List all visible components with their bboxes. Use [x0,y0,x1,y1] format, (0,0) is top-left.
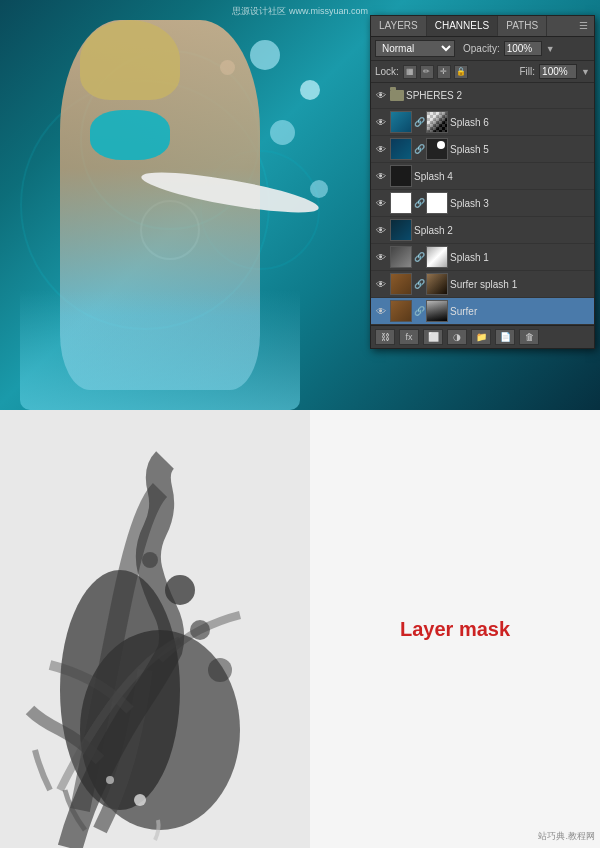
thumb-surfer [390,300,412,322]
eye-surfer-splash1[interactable]: 👁 [374,277,388,291]
svg-point-7 [134,794,146,806]
layer-name-surfer-splash1: Surfer splash 1 [450,279,591,290]
layer-row-splash5[interactable]: 👁 🔗 Splash 5 [371,136,594,163]
thumb-surfer-splash1 [390,273,412,295]
thumb-splash4 [390,165,412,187]
layer-name-splash3: Splash 3 [450,198,591,209]
eye-splash6[interactable]: 👁 [374,115,388,129]
layer-row-splash2[interactable]: 👁 Splash 2 [371,217,594,244]
layer-row-surfer[interactable]: 👁 🔗 Surfer [371,298,594,325]
svg-point-5 [208,658,232,682]
ps-layers-panel: LAYERS CHANNELS PATHS ☰ Normal Opacity: … [370,15,595,349]
opacity-dropdown-arrow: ▼ [546,44,555,54]
fill-dropdown-arrow: ▼ [581,67,590,77]
thumb-splash6 [390,111,412,133]
eye-splash4[interactable]: 👁 [374,169,388,183]
eye-splash3[interactable]: 👁 [374,196,388,210]
thumb-splash2 [390,219,412,241]
svg-point-8 [106,776,114,784]
thumb-splash5 [390,138,412,160]
layer-row-splash4[interactable]: 👁 Splash 4 [371,163,594,190]
link-layers-btn[interactable]: ⛓ [375,329,395,345]
watermark-bottom: 站巧典.教程网 [538,830,595,843]
delete-layer-btn[interactable]: 🗑 [519,329,539,345]
tab-paths[interactable]: PATHS [498,16,547,36]
lock-label: Lock: [375,66,399,77]
panel-tabs: LAYERS CHANNELS PATHS ☰ [371,16,594,37]
layer-name-splash2: Splash 2 [414,225,591,236]
opacity-input[interactable] [504,41,542,56]
eye-splash1[interactable]: 👁 [374,250,388,264]
layer-name-splash4: Splash 4 [414,171,591,182]
layer-row-splash1[interactable]: 👁 🔗 Splash 1 [371,244,594,271]
lock-transparency-btn[interactable]: ▦ [403,65,417,79]
link-splash5: 🔗 [414,142,424,156]
opacity-label: Opacity: [463,43,500,54]
link-splash1: 🔗 [414,250,424,264]
blend-mode-row: Normal Opacity: ▼ [371,37,594,61]
thumb-splash3 [390,192,412,214]
fx-btn[interactable]: fx [399,329,419,345]
mask-thumb-splash5 [426,138,448,160]
new-layer-btn[interactable]: 📄 [495,329,515,345]
mask-thumb-surfer [426,300,448,322]
mask-thumb-splash1 [426,246,448,268]
link-splash3: 🔗 [414,196,424,210]
layer-row-splash6[interactable]: 👁 🔗 Splash 6 [371,109,594,136]
adjustment-btn[interactable]: ◑ [447,329,467,345]
thumb-splash1 [390,246,412,268]
layer-name-surfer: Surfer [450,306,591,317]
layer-row-surfer-splash1[interactable]: 👁 🔗 Surfer splash 1 [371,271,594,298]
lock-icons-group: ▦ ✏ ✛ 🔒 [403,65,468,79]
blend-mode-select[interactable]: Normal [375,40,455,57]
group-btn[interactable]: 📁 [471,329,491,345]
layer-name-spheres2: SPHERES 2 [406,90,591,101]
layer-name-splash1: Splash 1 [450,252,591,263]
mask-thumb-splash6 [426,111,448,133]
layer-mask-preview [0,410,310,848]
tab-layers[interactable]: LAYERS [371,16,427,36]
layer-row-splash3[interactable]: 👁 🔗 Splash 3 [371,190,594,217]
fill-label: Fill: [520,66,536,77]
eye-splash2[interactable]: 👁 [374,223,388,237]
watermark-top: 思源设计社区 www.missyuan.com [232,5,368,18]
layer-name-splash6: Splash 6 [450,117,591,128]
fill-input[interactable] [539,64,577,79]
eye-spheres2[interactable]: 👁 [374,89,388,103]
bottom-label-area: Layer mask [310,410,600,848]
add-mask-btn[interactable]: ⬜ [423,329,443,345]
panel-menu-icon[interactable]: ☰ [573,16,594,36]
mask-thumb-splash3 [426,192,448,214]
link-splash6: 🔗 [414,115,424,129]
link-surfer: 🔗 [414,304,424,318]
lock-move-btn[interactable]: ✛ [437,65,451,79]
layer-mask-label: Layer mask [400,618,510,641]
layer-row-spheres2[interactable]: 👁 SPHERES 2 [371,83,594,109]
surfer-image [0,0,355,410]
lock-all-btn[interactable]: 🔒 [454,65,468,79]
top-image-area: 思源设计社区 www.missyuan.com LAYERS CHANNELS … [0,0,600,410]
eye-splash5[interactable]: 👁 [374,142,388,156]
tab-channels[interactable]: CHANNELS [427,16,498,36]
lock-row: Lock: ▦ ✏ ✛ 🔒 Fill: ▼ [371,61,594,83]
link-surfer-splash1: 🔗 [414,277,424,291]
layer-name-splash5: Splash 5 [450,144,591,155]
mask-thumb-surfer-splash1 [426,273,448,295]
lock-paint-btn[interactable]: ✏ [420,65,434,79]
bottom-section: Layer mask 站巧典.教程网 [0,410,600,848]
mask-svg [0,410,310,848]
layer-list: 👁 SPHERES 2 👁 🔗 Splash 6 👁 � [371,83,594,325]
panel-bottom-bar: ⛓ fx ⬜ ◑ 📁 📄 🗑 [371,325,594,348]
folder-icon-spheres2 [390,89,404,103]
eye-surfer[interactable]: 👁 [374,304,388,318]
